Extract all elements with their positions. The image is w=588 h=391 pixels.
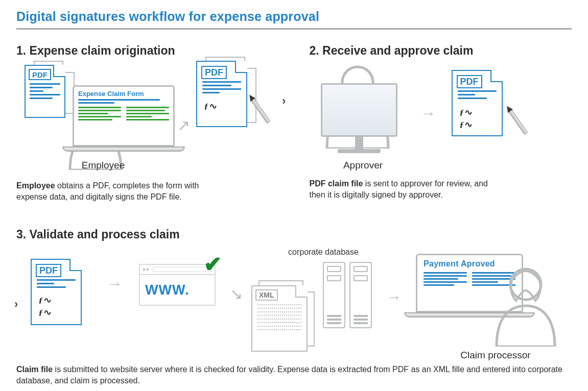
browser-window-icon: ✔ WWW. xyxy=(139,264,216,306)
pdf-signed-icon: PDF ƒ∿ xyxy=(196,61,247,127)
divider xyxy=(16,28,572,30)
signature-icon: ƒ∿ xyxy=(38,308,52,317)
step-3-graphic: › PDF ƒ∿ ƒ∿ → ✔ WWW. ↘ corporate databas… xyxy=(16,249,572,361)
laptop-icon: Expense Claim Form xyxy=(73,85,185,152)
chevron-right-icon: › xyxy=(14,298,18,311)
pdf-badge: PDF xyxy=(457,75,482,88)
step-2-description: PDF claim file is sent to approver for r… xyxy=(310,178,493,200)
server-rack-icon xyxy=(323,262,372,328)
monitor-icon xyxy=(321,83,397,153)
www-text: WWW. xyxy=(145,282,189,298)
actor-label-claim-processor: Claim processor xyxy=(444,350,547,361)
pdf-badge: PDF xyxy=(36,264,61,277)
pdf-signed-icon: PDF ƒ∿ ƒ∿ xyxy=(452,70,503,136)
signature-icon: ƒ∿ xyxy=(38,296,52,305)
person-silhouette-icon xyxy=(482,265,569,347)
pdf-badge: PDF xyxy=(29,69,51,80)
step-2-heading: 2. Receive and approve claim xyxy=(310,44,572,58)
signature-icon: ƒ∿ xyxy=(459,108,473,117)
arrow-icon: ↗ xyxy=(177,118,190,133)
page-title: Digital signatures workflow for expense … xyxy=(16,9,572,24)
step-2-graphic: → PDF ƒ∿ ƒ∿ Approver xyxy=(310,65,572,167)
step-3-description: Claim file is submitted to website serve… xyxy=(16,364,572,386)
form-title: Expense Claim Form xyxy=(78,90,169,97)
chevron-right-icon: › xyxy=(282,94,286,108)
actor-label-employee: Employee xyxy=(73,160,134,171)
arrow-right-icon: → xyxy=(386,289,402,305)
step-3-heading: 3. Validate and process claim xyxy=(16,228,572,241)
pdf-badge: PDF xyxy=(201,66,227,79)
pen-icon xyxy=(508,109,528,135)
step-1-heading: 1. Expense claim origination xyxy=(16,44,279,58)
step-2: 2. Receive and approve claim → PDF ƒ∿ ƒ∿ xyxy=(310,44,572,208)
arrow-right-icon: → xyxy=(421,106,436,121)
signature-icon: ƒ∿ xyxy=(459,120,473,129)
xml-badge: XML xyxy=(255,289,278,301)
step-1-graphic: PDF Expense Claim Form xyxy=(16,65,279,177)
xml-document-icon: XML xyxy=(251,285,308,352)
signature-icon: ƒ∿ xyxy=(204,102,218,111)
corporate-database-label: corporate database xyxy=(288,248,359,257)
checkmark-icon: ✔ xyxy=(204,252,222,277)
arrow-right-icon: → xyxy=(107,276,123,291)
step-1-description: Employee obtains a PDF, completes the fo… xyxy=(16,180,200,202)
actor-label-approver: Approver xyxy=(338,160,389,171)
step-3: 3. Validate and process claim › PDF ƒ∿ ƒ… xyxy=(16,228,572,386)
step-1: 1. Expense claim origination PDF Expe xyxy=(16,44,279,210)
pdf-signed-icon: PDF ƒ∿ ƒ∿ xyxy=(31,259,82,325)
arrow-down-right-icon: ↘ xyxy=(230,286,243,302)
